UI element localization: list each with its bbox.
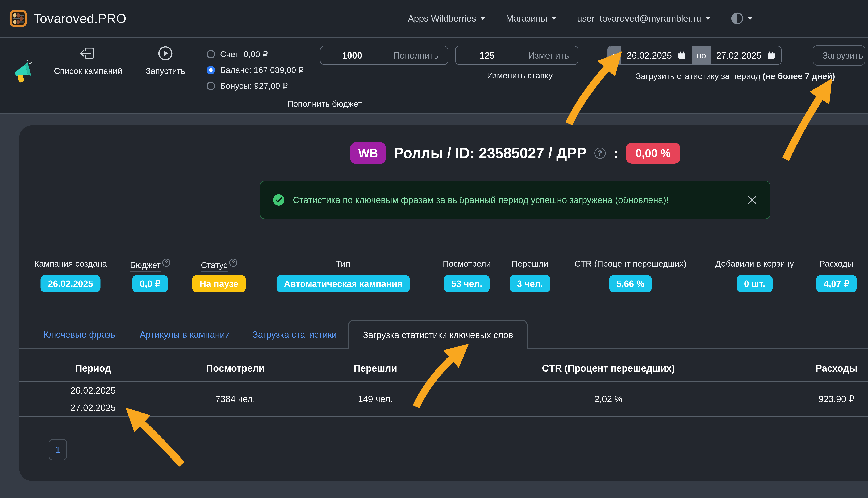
- campaign-list-label: Список кампаний: [54, 66, 122, 76]
- stat-label: Расходы: [816, 259, 857, 269]
- theme-toggle[interactable]: [731, 12, 753, 25]
- col-header-spend: Расходы: [816, 363, 858, 374]
- radio-balance-label: Баланс: 167 089,00 ₽: [220, 65, 304, 75]
- stat-type: Тип Автоматическая кампания: [276, 259, 410, 292]
- stat-value-badge: 26.02.2025: [41, 275, 100, 292]
- date-from-prefix: с: [608, 46, 621, 64]
- stat-status: Статус? На паузе: [192, 259, 246, 292]
- status-help-icon[interactable]: ?: [229, 259, 237, 267]
- date-from-value: 26.02.2025: [627, 50, 672, 61]
- topup-amount-input[interactable]: [321, 46, 384, 64]
- abacus-logo-icon: [9, 9, 28, 28]
- nav-apps-wildberries-label: Apps Wildberries: [408, 13, 476, 24]
- balance-source-group: Счет: 0,00 ₽ Баланс: 167 089,00 ₽ Бонусы…: [207, 47, 304, 94]
- cell-spend: 923,90 ₽: [818, 394, 854, 404]
- date-to-value: 27.02.2025: [716, 50, 761, 61]
- calendar-icon[interactable]: [678, 51, 686, 60]
- brand[interactable]: Tovaroved.PRO: [9, 9, 126, 28]
- page-body: WB Роллы / ID: 23585027 / ДРР ? : 0,00 %…: [0, 114, 868, 497]
- radio-dot: [207, 82, 215, 90]
- chevron-down-icon: [551, 17, 557, 20]
- stat-spend: Расходы 4,07 ₽: [816, 259, 857, 292]
- stat-label: Статус: [201, 260, 228, 273]
- topup-caption: Пополнить бюджет: [287, 99, 362, 109]
- stat-value-badge: 3 чел.: [510, 275, 551, 292]
- bid-group: Изменить: [455, 46, 579, 65]
- col-header-clicks: Перешли: [354, 363, 397, 374]
- stat-label: Кампания создана: [34, 259, 107, 269]
- stat-value-badge: 4,07 ₽: [816, 275, 857, 292]
- cell-ctr: 2,02 %: [594, 394, 623, 404]
- launch-button[interactable]: Запустить: [139, 46, 191, 76]
- pagination: 1: [49, 439, 67, 460]
- stat-budget: Бюджет? 0,0 ₽: [130, 259, 170, 292]
- chevron-down-icon: [705, 17, 711, 20]
- date-to-prefix: по: [692, 46, 710, 64]
- campaign-card: WB Роллы / ID: 23585027 / ДРР ? : 0,00 %…: [19, 126, 868, 481]
- circle-half-icon: [731, 12, 744, 25]
- stat-label: Добавили в корзину: [715, 259, 794, 269]
- stat-views: Посмотрели 53 чел.: [443, 259, 491, 292]
- table-divider-bottom: [19, 416, 868, 417]
- budget-help-icon[interactable]: ?: [162, 259, 170, 267]
- radio-balance[interactable]: Баланс: 167 089,00 ₽: [207, 62, 304, 78]
- marketplace-badge: WB: [350, 142, 386, 164]
- bid-change-button[interactable]: Изменить: [519, 46, 578, 64]
- cell-clicks: 149 чел.: [358, 394, 393, 404]
- nav-stores-label: Магазины: [506, 13, 547, 24]
- load-stats-button[interactable]: Загрузить: [813, 45, 865, 66]
- period-caption-bold: (не более 7 дней): [763, 71, 835, 81]
- tab-keyword-phrases[interactable]: Ключевые фразы: [32, 320, 128, 349]
- tab-keyword-stats-upload[interactable]: Загрузка статистики ключевых слов: [348, 320, 528, 349]
- stat-value-badge: 5,66 %: [609, 275, 652, 292]
- calendar-icon[interactable]: [767, 51, 775, 60]
- bid-amount-input[interactable]: [456, 46, 519, 64]
- megaphone-icon: [10, 61, 34, 84]
- radio-dot: [207, 66, 215, 74]
- app-root: Tovaroved.PRO Apps Wildberries Магазины …: [0, 0, 868, 498]
- period-group: с 26.02.2025 по 27.02.2025: [607, 46, 782, 65]
- col-header-views: Посмотрели: [206, 363, 265, 374]
- bid-caption: Изменить ставку: [487, 70, 553, 80]
- chevron-down-icon: [747, 17, 753, 20]
- top-navbar: Tovaroved.PRO Apps Wildberries Магазины …: [0, 0, 868, 38]
- radio-bonus-label: Бонусы: 927,00 ₽: [220, 81, 288, 91]
- stat-label: Бюджет: [130, 260, 161, 273]
- stat-value-badge: Автоматическая кампания: [276, 275, 410, 292]
- period-caption: Загрузить статистику за период (не более…: [636, 71, 835, 81]
- period-caption-text: Загрузить статистику за период: [636, 71, 763, 81]
- stat-value-badge: 0,0 ₽: [133, 275, 168, 292]
- radio-account-label: Счет: 0,00 ₽: [220, 49, 268, 59]
- radio-bonus[interactable]: Бонусы: 927,00 ₽: [207, 78, 304, 94]
- stat-clicks: Перешли 3 чел.: [510, 259, 551, 292]
- nav-user-label: user_tovaroved@myrambler.ru: [577, 13, 701, 24]
- stat-campaign-created: Кампания создана 26.02.2025: [34, 259, 107, 292]
- radio-account[interactable]: Счет: 0,00 ₽: [207, 47, 304, 62]
- stat-ctr: CTR (Процент перешедших) 5,66 %: [574, 259, 687, 292]
- tab-stats-upload[interactable]: Загрузка статистики: [241, 320, 348, 349]
- play-circle-icon: [158, 46, 173, 61]
- cell-period-start: 26.02.2025: [70, 385, 116, 396]
- page-button-1[interactable]: 1: [49, 439, 67, 460]
- check-circle-icon: [273, 194, 285, 206]
- drr-help-icon[interactable]: ?: [594, 147, 606, 159]
- campaign-title: Роллы / ID: 23585027 / ДРР: [394, 145, 586, 161]
- campaign-list-button[interactable]: Список кампаний: [50, 46, 126, 76]
- launch-label: Запустить: [146, 66, 185, 76]
- nav-user-account[interactable]: user_tovaroved@myrambler.ru: [577, 13, 711, 24]
- stat-value-badge: 0 шт.: [737, 275, 773, 292]
- title-colon: :: [613, 145, 618, 161]
- date-to-input[interactable]: 27.02.2025: [710, 46, 781, 64]
- stat-label: Перешли: [510, 259, 551, 269]
- topup-button[interactable]: Пополнить: [384, 46, 448, 64]
- nav-apps-wildberries[interactable]: Apps Wildberries: [408, 13, 486, 24]
- nav-stores[interactable]: Магазины: [506, 13, 557, 24]
- alert-close-icon[interactable]: [747, 195, 758, 205]
- table-divider-top: [19, 381, 868, 382]
- col-header-ctr: CTR (Процент перешедших): [542, 363, 675, 374]
- drr-value-badge: 0,00 %: [626, 143, 680, 164]
- tab-campaign-articles[interactable]: Артикулы в кампании: [128, 320, 241, 349]
- date-from-input[interactable]: 26.02.2025: [621, 46, 692, 64]
- chevron-down-icon: [480, 17, 486, 20]
- stat-label: Тип: [276, 259, 410, 269]
